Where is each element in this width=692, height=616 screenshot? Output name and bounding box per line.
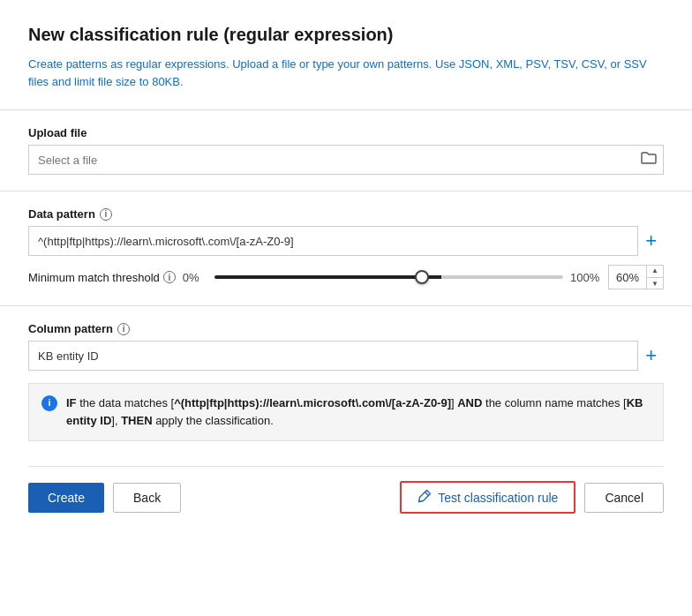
footer-left: Create Back [28,483,181,513]
add-data-pattern-icon: + [645,229,657,252]
page-description: Create patterns as regular expressions. … [28,56,664,90]
column-pattern-input[interactable] [28,341,638,371]
info-box: i IF the data matches [^(http|ftp|https)… [28,383,664,441]
threshold-spinner: ▲ ▼ [646,265,663,289]
data-pattern-label: Data pattern i [28,207,664,221]
info-box-icon: i [41,395,57,411]
create-button[interactable]: Create [28,483,104,513]
threshold-label: Minimum match threshold i [28,271,176,284]
threshold-increment-button[interactable]: ▲ [647,265,663,277]
threshold-slider[interactable] [214,275,563,279]
page-container: New classification rule (regular express… [0,0,692,535]
add-data-pattern-button[interactable]: + [638,226,664,256]
data-pattern-input[interactable] [28,226,638,256]
column-pattern-label: Column pattern i [28,322,664,335]
cancel-button[interactable]: Cancel [584,483,664,513]
add-column-pattern-icon: + [645,344,657,367]
column-pattern-row: + [28,341,664,371]
divider-1 [0,109,692,110]
divider-2 [0,191,692,192]
data-pattern-row: + [28,226,664,256]
data-pattern-info-icon[interactable]: i [100,208,112,221]
threshold-row: Minimum match threshold i 0% 100% ▲ ▼ [28,265,664,289]
footer-right: Test classification rule Cancel [400,481,664,514]
test-classification-label: Test classification rule [438,491,558,505]
test-classification-button[interactable]: Test classification rule [400,481,575,514]
threshold-slider-container [214,275,563,279]
upload-row [28,145,664,175]
test-classification-icon [417,489,432,506]
folder-icon [641,151,657,169]
file-input[interactable] [28,145,634,175]
page-title: New classification rule (regular express… [28,25,664,45]
threshold-min: 0% [183,271,207,284]
threshold-value-box: ▲ ▼ [608,265,664,289]
upload-label: Upload file [28,126,664,139]
back-button[interactable]: Back [113,483,181,513]
data-pattern-section: Data pattern i + Minimum match threshold… [28,207,664,289]
threshold-info-icon[interactable]: i [163,271,176,283]
threshold-max: 100% [570,271,601,284]
threshold-decrement-button[interactable]: ▼ [647,277,663,289]
column-pattern-info-icon[interactable]: i [117,323,130,335]
folder-button[interactable] [634,145,664,175]
upload-section: Upload file [28,126,664,175]
footer: Create Back Test classification rule Can… [28,466,664,514]
info-box-text: IF the data matches [^(http|ftp|https):/… [66,394,651,430]
column-pattern-section: Column pattern i + [28,322,664,371]
threshold-value-input[interactable] [609,271,646,284]
divider-3 [0,305,692,306]
add-column-pattern-button[interactable]: + [638,341,664,371]
